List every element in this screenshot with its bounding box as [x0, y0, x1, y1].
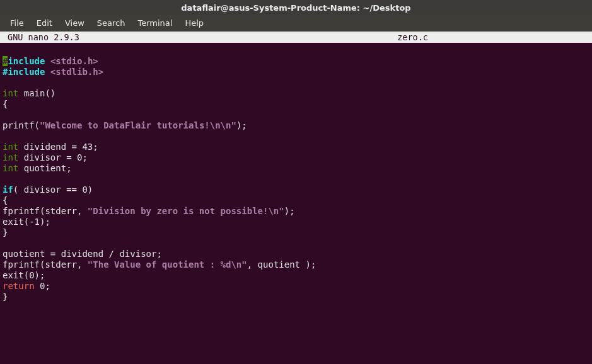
code-token: int — [3, 152, 18, 162]
window-title: dataflair@asus-System-Product-Name: ~/De… — [181, 3, 410, 13]
code-token: "The Value of quotient : %d\n" — [88, 259, 247, 270]
nano-version: GNU nano 2.9.3 — [0, 31, 79, 43]
code-token: int — [3, 142, 18, 152]
code-token: <stdio.h> — [50, 56, 98, 66]
code-line: exit(0); — [3, 270, 45, 280]
nano-statusline: GNU nano 2.9.3 zero.c — [0, 31, 592, 43]
menu-search[interactable]: Search — [91, 16, 132, 30]
code-token: quotient; — [18, 163, 71, 173]
nano-filename: zero.c — [397, 31, 592, 43]
code-token: #include — [3, 67, 50, 77]
code-token: main() — [18, 88, 55, 98]
code-token: , quotient ); — [247, 259, 316, 270]
code-token: divisor = 0; — [18, 152, 88, 162]
menu-help[interactable]: Help — [178, 16, 210, 30]
code-token: "Division by zero is not possible!\n" — [88, 206, 284, 216]
menu-file[interactable]: File — [4, 16, 30, 30]
code-line: exit(-1); — [3, 217, 50, 227]
code-token: fprintf(stderr, — [3, 259, 88, 270]
nano-spacer — [79, 31, 397, 43]
window-titlebar: dataflair@asus-System-Product-Name: ~/De… — [0, 0, 592, 15]
code-token: ( divisor == 0) — [13, 185, 93, 195]
code-token: ); — [284, 206, 295, 216]
code-line: { — [3, 99, 8, 109]
code-line: } — [3, 227, 8, 237]
editor-area[interactable]: #include <stdio.h> #include <stdlib.h> i… — [0, 43, 592, 302]
code-token: int — [3, 88, 18, 98]
menubar: File Edit View Search Terminal Help — [0, 15, 592, 31]
menu-edit[interactable]: Edit — [30, 16, 59, 30]
code-token: fprintf(stderr, — [3, 206, 88, 216]
code-token: 0; — [40, 281, 50, 291]
code-token: dividend = 43; — [18, 142, 98, 152]
code-line: } — [3, 292, 8, 302]
code-token: return — [3, 281, 40, 291]
code-token: ); — [236, 120, 247, 130]
code-token: "Welcome to DataFlair tutorials!\n\n" — [40, 120, 236, 130]
menu-terminal[interactable]: Terminal — [131, 16, 178, 30]
code-token: int — [3, 163, 18, 173]
code-token: if — [3, 185, 13, 195]
menu-view[interactable]: View — [59, 16, 91, 30]
code-line: quotient = dividend / divisor; — [3, 249, 162, 259]
code-line: { — [3, 195, 8, 205]
code-token: printf( — [3, 120, 40, 130]
code-token: <stdlib.h> — [50, 67, 103, 77]
code-token: include — [8, 56, 50, 66]
